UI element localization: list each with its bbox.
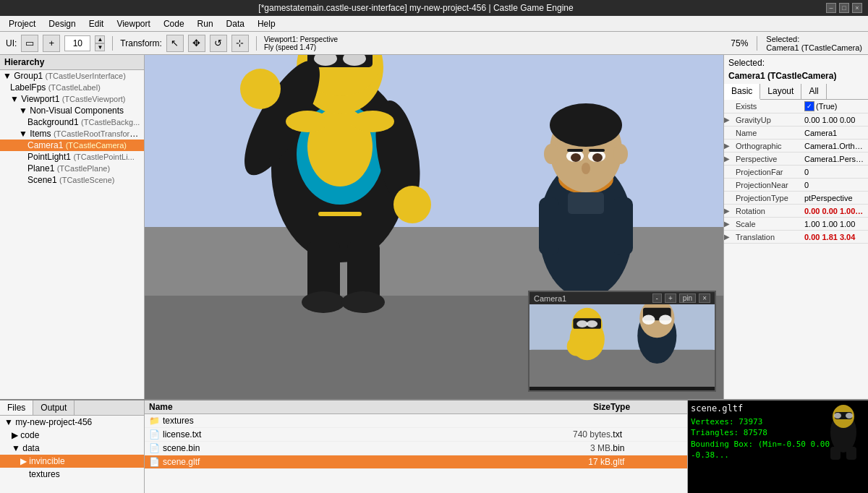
svg-rect-33 <box>539 197 559 255</box>
size-down-button[interactable]: ▼ <box>95 43 105 51</box>
file-table-panel: Name Size Type 📁textures 📄license.txt 74… <box>145 400 687 493</box>
prop-row-rotation: ▶ Rotation 0.00 0.00 1.00 0.00... <box>724 205 868 218</box>
svg-point-27 <box>571 153 581 162</box>
prop-row-projectionfar: ProjectionFar 0 <box>724 166 868 179</box>
menu-project[interactable]: Project <box>3 17 41 30</box>
svg-point-15 <box>341 291 385 313</box>
tab-files[interactable]: Files <box>0 400 33 415</box>
svg-rect-32 <box>568 192 604 214</box>
menu-code[interactable]: Code <box>158 17 190 30</box>
viewport-info-line2: Fly (speed 1.47) <box>264 43 338 51</box>
viewport-area[interactable]: Camera1 - + pin × <box>145 55 723 399</box>
svg-point-51 <box>834 413 841 419</box>
title-bar: [*gamestatemain.castle-user-interface] m… <box>0 0 868 16</box>
svg-rect-54 <box>846 447 856 460</box>
camera-mini-controls[interactable]: - + pin × <box>651 293 710 303</box>
camera-mini-plus-button[interactable]: + <box>665 293 676 303</box>
exists-checkbox[interactable]: ✓ <box>804 101 814 111</box>
tree-item-group1[interactable]: ▼ Group1 (TCastleUserInterface) <box>0 70 144 82</box>
file-tree-project[interactable]: ▼ my-new-project-456 <box>0 416 144 429</box>
tree-item-nonvisual[interactable]: ▼ Non-Visual Components <box>0 105 144 116</box>
file-row-license[interactable]: 📄license.txt 740 bytes .txt <box>145 428 687 442</box>
menu-design[interactable]: Design <box>43 17 81 30</box>
tab-output[interactable]: Output <box>33 400 75 415</box>
file-icon-bin: 📄 <box>149 443 160 453</box>
selected-info: Selected: Camera1 (TCastleCamera) <box>766 35 862 52</box>
size-input[interactable] <box>64 35 90 51</box>
tree-item-scene1[interactable]: Scene1 (TCastleScene) <box>0 174 144 186</box>
rect-tool-button[interactable]: ▭ <box>21 35 38 52</box>
tab-layout[interactable]: Layout <box>760 84 801 99</box>
prop-row-perspective: ▶ Perspective Camera1.Perspecti... <box>724 153 868 166</box>
preview-panel: scene.gltf Vertexes: 73973 Triangles: 87… <box>687 400 868 493</box>
tree-item-items[interactable]: ▼ Items (TCastleRootTransform... <box>0 128 144 140</box>
tree-item-viewport1[interactable]: ▼ Viewport1 (TCastleViewport) <box>0 93 144 105</box>
move-tool-button[interactable]: ✥ <box>188 35 205 52</box>
tree-item-background1[interactable]: Background1 (TCastleBackg... <box>0 116 144 128</box>
prop-row-projectiontype: ProjectionType ptPerspective <box>724 192 868 205</box>
close-button[interactable]: × <box>852 3 862 13</box>
menu-edit[interactable]: Edit <box>83 17 110 30</box>
tree-item-labelfps[interactable]: LabelFps (TCastleLabel) <box>0 82 144 93</box>
svg-point-11 <box>393 186 431 223</box>
menu-viewport[interactable]: Viewport <box>111 17 156 30</box>
svg-point-41 <box>587 320 597 327</box>
svg-point-46 <box>642 314 655 325</box>
properties-header: Selected: <box>724 55 868 71</box>
tab-all[interactable]: All <box>801 84 826 99</box>
tab-basic[interactable]: Basic <box>724 84 760 100</box>
tree-item-camera1[interactable]: Camera1 (TCastleCamera) <box>0 140 144 151</box>
prop-row-translation: ▶ Translation 0.00 1.81 3.04 <box>724 231 868 244</box>
select-tool-button[interactable]: ↖ <box>166 35 184 52</box>
camera-mini-close-button[interactable]: × <box>699 293 710 303</box>
prop-row-orthographic: ▶ Orthographic Camera1.Orthogra... <box>724 140 868 153</box>
camera-mini-title-bar: Camera1 - + pin × <box>529 292 715 304</box>
file-row-textures[interactable]: 📁textures <box>145 414 687 428</box>
svg-point-40 <box>576 320 587 327</box>
file-tree-invincible[interactable]: ▶ invincible <box>0 455 144 468</box>
menu-run[interactable]: Run <box>192 17 219 30</box>
svg-rect-34 <box>613 197 633 255</box>
transform-label: Transform: <box>120 38 162 48</box>
svg-rect-53 <box>830 447 841 460</box>
file-table-header: Name Size Type <box>145 400 687 414</box>
file-row-scene-bin[interactable]: 📄scene.bin 3 MB .bin <box>145 442 687 455</box>
svg-point-28 <box>592 153 603 162</box>
svg-rect-16 <box>318 212 362 216</box>
bottom-tabs: Files Output <box>0 400 144 416</box>
menu-help[interactable]: Help <box>252 17 281 30</box>
prop-row-projectionnear: ProjectionNear 0 <box>724 179 868 192</box>
svg-point-52 <box>846 413 853 419</box>
scale-tool-button[interactable]: ⊹ <box>231 35 249 52</box>
svg-rect-30 <box>589 149 605 152</box>
camera-mini-pin-button[interactable]: pin <box>679 293 696 303</box>
menu-bar: Project Design Edit Viewport Code Run Da… <box>0 16 868 32</box>
window-controls[interactable]: – □ × <box>826 3 862 13</box>
file-tree-panel: Files Output ▼ my-new-project-456 ▶ code… <box>0 400 145 493</box>
prop-row-exists: Exists ✓ (True) <box>724 100 868 113</box>
add-element-button[interactable]: + <box>43 35 60 52</box>
file-tree-data[interactable]: ▼ data <box>0 442 144 455</box>
tree-item-pointlight1[interactable]: PointLight1 (TCastlePointLi... <box>0 151 144 163</box>
viewport-info: Viewport1: Perspective Fly (speed 1.47) <box>264 35 338 51</box>
camera-mini-minus-button[interactable]: - <box>652 293 662 303</box>
svg-point-31 <box>582 163 590 174</box>
toolbar-separator-3 <box>757 36 757 51</box>
toolbar-separator-1 <box>112 36 113 51</box>
maximize-button[interactable]: □ <box>839 3 849 13</box>
file-tree-code[interactable]: ▶ code <box>0 429 144 442</box>
rotate-tool-button[interactable]: ↺ <box>210 35 227 52</box>
column-size-header: Size <box>538 402 610 412</box>
file-row-scene-gltf[interactable]: 📄scene.gltf 17 kB .gltf <box>145 455 687 469</box>
file-tree-textures[interactable]: textures <box>0 468 144 481</box>
window-title: [*gamestatemain.castle-user-interface] m… <box>6 3 826 13</box>
tree-item-plane1[interactable]: Plane1 (TCastlePlane) <box>0 163 144 174</box>
camera-mini-scene <box>529 304 715 387</box>
minimize-button[interactable]: – <box>826 3 836 13</box>
toolbar-separator-2 <box>256 36 257 51</box>
menu-data[interactable]: Data <box>221 17 250 30</box>
column-name-header: Name <box>149 402 538 412</box>
svg-point-9 <box>240 69 281 109</box>
size-up-button[interactable]: ▲ <box>95 35 105 43</box>
svg-point-42 <box>567 336 587 356</box>
